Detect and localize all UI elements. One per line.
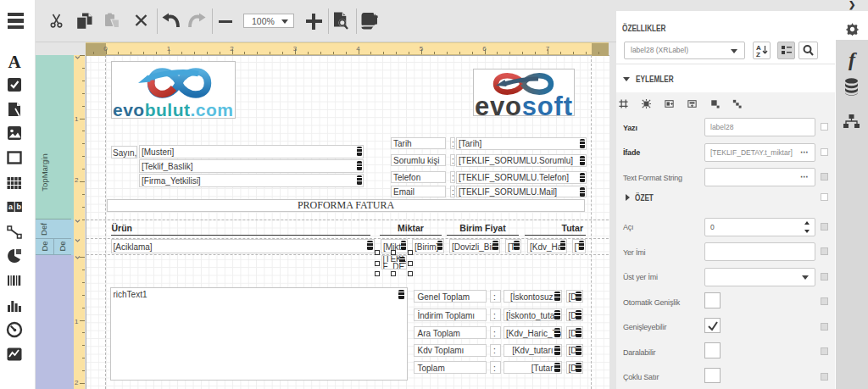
svg-text:evobulut.com: evobulut.com bbox=[113, 100, 234, 119]
svg-text:evosoft: evosoft bbox=[475, 92, 573, 116]
svg-text:Z: Z bbox=[756, 51, 760, 58]
svg-text:b: b bbox=[17, 203, 22, 211]
